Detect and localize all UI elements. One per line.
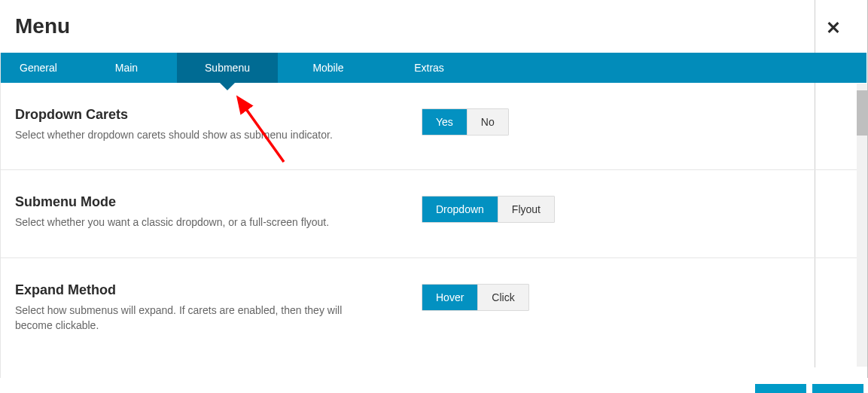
setting-dropdown-carets: Dropdown Carets Select whether dropdown … xyxy=(0,83,857,170)
toggle-submenu-mode: Dropdown Flyout xyxy=(422,196,555,223)
scrollbar-thumb[interactable] xyxy=(857,90,867,136)
page-title: Menu xyxy=(15,0,799,53)
setting-desc: Select how submenus will expand. If care… xyxy=(15,303,361,334)
tab-general[interactable]: General xyxy=(1,53,76,83)
toggle-option-no[interactable]: No xyxy=(467,109,508,135)
setting-desc: Select whether dropdown carets should sh… xyxy=(15,127,361,142)
tab-submenu[interactable]: Submenu xyxy=(177,53,278,83)
setting-desc: Select whether you want a classic dropdo… xyxy=(15,215,361,230)
toggle-option-yes[interactable]: Yes xyxy=(422,109,467,135)
tab-bar: General Main Submenu Mobile Extras xyxy=(1,53,866,83)
setting-title: Submenu Mode xyxy=(15,194,422,210)
setting-expand-method: Expand Method Select how submenus will e… xyxy=(0,258,857,361)
setting-title: Dropdown Carets xyxy=(15,107,422,123)
setting-submenu-mode: Submenu Mode Select whether you want a c… xyxy=(0,170,857,257)
setting-title: Expand Method xyxy=(15,282,422,298)
tab-main[interactable]: Main xyxy=(76,53,177,83)
footer-button-primary[interactable] xyxy=(755,384,806,393)
toggle-option-dropdown[interactable]: Dropdown xyxy=(422,196,498,222)
tab-extras[interactable]: Extras xyxy=(379,53,480,83)
toggle-expand-method: Hover Click xyxy=(422,284,529,311)
toggle-dropdown-carets: Yes No xyxy=(422,108,509,136)
toggle-option-hover[interactable]: Hover xyxy=(422,285,477,310)
tab-mobile[interactable]: Mobile xyxy=(278,53,379,83)
settings-panel: Dropdown Carets Select whether dropdown … xyxy=(0,83,857,367)
toggle-option-flyout[interactable]: Flyout xyxy=(498,196,554,222)
footer-button-secondary[interactable] xyxy=(812,384,863,393)
close-icon[interactable] xyxy=(823,17,844,38)
toggle-option-click[interactable]: Click xyxy=(477,285,528,310)
